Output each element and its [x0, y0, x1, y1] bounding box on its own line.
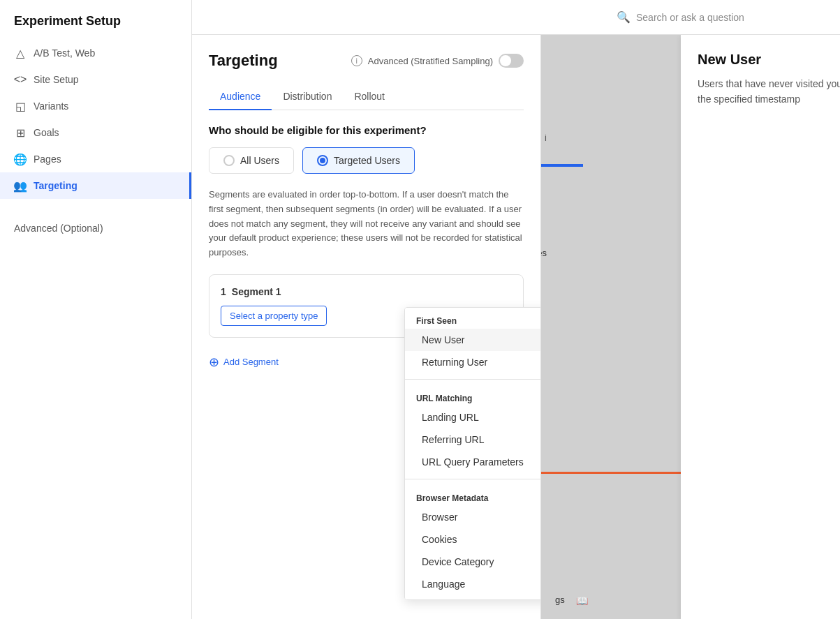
- blue-accent-bar: [541, 164, 583, 167]
- plus-icon: ⊕: [209, 355, 219, 370]
- select-property-button[interactable]: Select a property type: [221, 306, 327, 326]
- sidebar-item-targeting-label: Targeting: [34, 180, 78, 191]
- first-seen-section: First Seen: [405, 308, 541, 329]
- sidebar-item-variants[interactable]: ◱ Variants: [0, 93, 191, 119]
- search-placeholder: Search or ask a question: [636, 12, 744, 23]
- targeting-description: Segments are evaluated in order top-to-b…: [209, 188, 524, 260]
- dropdown-item-cookies[interactable]: Cookies: [405, 528, 541, 551]
- dropdown-item-language[interactable]: Language: [405, 573, 541, 595]
- advanced-toggle: i Advanced (Stratified Sampling): [351, 54, 524, 68]
- sidebar-item-advanced[interactable]: Advanced (Optional): [14, 216, 177, 241]
- site-setup-icon: <>: [14, 73, 27, 86]
- sidebar-item-variants-label: Variants: [34, 100, 68, 112]
- sidebar-item-targeting[interactable]: 👥 Targeting: [0, 172, 191, 199]
- tab-rollout[interactable]: Rollout: [343, 84, 396, 110]
- app-title: Experiment Setup: [0, 14, 191, 40]
- eligibility-question: Who should be eligible for this experime…: [209, 124, 524, 136]
- segment-label: Segment 1: [232, 286, 281, 297]
- pages-icon: 🌐: [14, 153, 27, 165]
- segment-number: 1: [221, 286, 226, 297]
- targeted-users-option[interactable]: Targeted Users: [302, 147, 415, 174]
- dropdown-item-new-user[interactable]: New User: [405, 329, 541, 351]
- url-matching-section: URL Matching: [405, 385, 541, 406]
- book-icon: 📖: [576, 595, 588, 606]
- tab-audience[interactable]: Audience: [209, 84, 272, 110]
- sidebar-item-site-setup-label: Site Setup: [34, 74, 79, 85]
- right-panel-area: i Pages Directio gs 📖 New User Users tha…: [541, 35, 840, 619]
- sidebar-item-goals[interactable]: ⊞ Goals: [0, 119, 191, 146]
- detail-description: Users that have never visited your websi…: [698, 76, 840, 107]
- targeted-users-radio[interactable]: [317, 155, 328, 166]
- detail-title: New User: [698, 52, 840, 68]
- select-property-label: Select a property type: [230, 311, 318, 321]
- add-segment-label: Add Segment: [223, 357, 279, 367]
- tabs: Audience Distribution Rollout: [209, 84, 524, 110]
- sidebar-item-ab-test-label: A/B Test, Web: [34, 47, 95, 59]
- goals-icon: ⊞: [14, 126, 27, 139]
- divider-1: [405, 379, 541, 380]
- right-body: i Pages Directio gs 📖 New User Users tha…: [541, 35, 840, 619]
- sidebar: Experiment Setup △ A/B Test, Web <> Site…: [0, 0, 192, 619]
- dropdown-item-url-query-params[interactable]: URL Query Parameters: [405, 451, 541, 473]
- right-bg-text-i: i: [545, 133, 547, 143]
- sidebar-item-pages-label: Pages: [34, 154, 61, 165]
- segment-header: 1 Segment 1: [221, 286, 512, 297]
- advanced-optional-label: Advanced (Optional): [14, 223, 103, 234]
- variants-icon: ◱: [14, 100, 27, 112]
- dropdown-item-landing-url[interactable]: Landing URL: [405, 406, 541, 428]
- dropdown-item-referring-url[interactable]: Referring URL: [405, 428, 541, 451]
- targeting-icon: 👥: [14, 179, 27, 192]
- browser-metadata-section: Browser Metadata: [405, 485, 541, 506]
- property-type-dropdown: First Seen New User Returning User URL M…: [404, 307, 541, 600]
- all-users-label: All Users: [240, 155, 279, 166]
- info-icon[interactable]: i: [351, 55, 362, 66]
- advanced-label: Advanced (Stratified Sampling): [368, 56, 493, 66]
- search-icon: 🔍: [617, 10, 631, 24]
- sidebar-item-goals-label: Goals: [34, 127, 59, 138]
- top-bar: 🔍 Search or ask a question: [192, 0, 840, 35]
- sidebar-item-ab-test[interactable]: △ A/B Test, Web: [0, 40, 191, 66]
- all-users-radio[interactable]: [223, 155, 235, 166]
- ab-test-icon: △: [14, 47, 27, 59]
- stratified-sampling-toggle[interactable]: [499, 54, 524, 68]
- all-users-option[interactable]: All Users: [209, 147, 294, 174]
- gs-label: gs: [555, 595, 565, 605]
- sidebar-item-pages[interactable]: 🌐 Pages: [0, 146, 191, 172]
- search-bar[interactable]: 🔍 Search or ask a question: [617, 10, 826, 24]
- divider-2: [405, 479, 541, 479]
- targeting-panel: Targeting i Advanced (Stratified Samplin…: [192, 35, 541, 619]
- panel-header: Targeting i Advanced (Stratified Samplin…: [209, 52, 524, 70]
- panel-title: Targeting: [209, 52, 278, 70]
- tab-distribution[interactable]: Distribution: [272, 84, 343, 110]
- user-type-options: All Users Targeted Users: [209, 147, 524, 174]
- property-detail-panel: New User Users that have never visited y…: [681, 35, 840, 619]
- dropdown-item-device-category[interactable]: Device Category: [405, 551, 541, 573]
- dropdown-item-user-agent[interactable]: User Agent: [405, 595, 541, 600]
- targeted-users-label: Targeted Users: [334, 155, 400, 166]
- dropdown-item-returning-user[interactable]: Returning User: [405, 351, 541, 373]
- pages-label: Pages: [541, 248, 547, 258]
- sidebar-item-site-setup[interactable]: <> Site Setup: [0, 66, 191, 93]
- dropdown-item-browser[interactable]: Browser: [405, 506, 541, 528]
